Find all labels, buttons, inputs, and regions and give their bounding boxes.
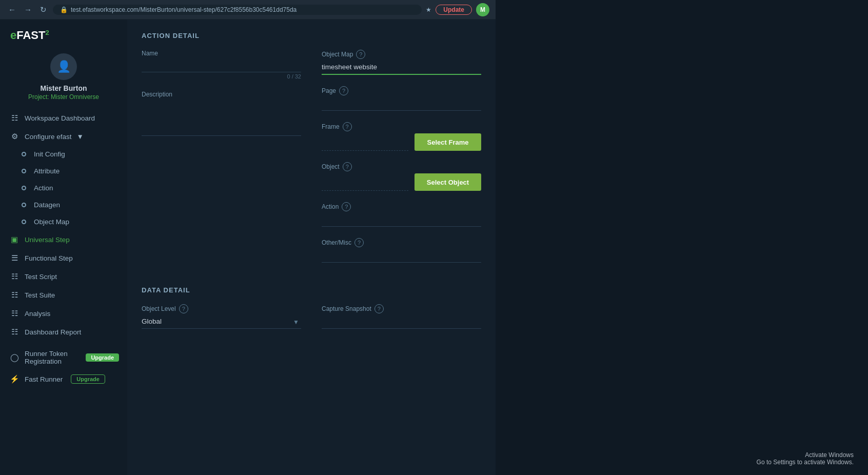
- dashboard-icon: ☷: [9, 327, 19, 337]
- circle-icon: [18, 186, 29, 190]
- fast-runner-label: Fast Runner: [25, 375, 63, 383]
- sidebar-item-attribute[interactable]: Attribute: [0, 163, 127, 180]
- sidebar-label: Functional Step: [25, 254, 73, 262]
- page-input[interactable]: [322, 97, 481, 111]
- object-level-label: Object Level ?: [142, 304, 301, 313]
- runner-token-label: Runner Token Registration: [25, 350, 77, 365]
- user-name: Mister Burton: [41, 84, 87, 92]
- sidebar-item-object-map[interactable]: Object Map: [0, 213, 127, 230]
- runner-icon: ◯: [9, 353, 19, 362]
- url-bar[interactable]: 🔒 test.efastworkspace.com/MisterBurton/u…: [53, 5, 422, 15]
- lock-icon: 🔒: [60, 6, 68, 13]
- sidebar-item-universal-step[interactable]: ▣ Universal Step: [0, 230, 127, 249]
- other-misc-input[interactable]: [322, 249, 481, 263]
- object-map-field-group: Object Map ?: [322, 50, 481, 75]
- sidebar-label: Dashboard Report: [25, 328, 81, 336]
- action-help-icon[interactable]: ?: [342, 202, 351, 211]
- object-level-help-icon[interactable]: ?: [179, 304, 188, 313]
- sidebar-item-configure-efast[interactable]: ⚙ Configure efast ▼: [0, 127, 127, 146]
- page-help-icon[interactable]: ?: [339, 86, 348, 95]
- refresh-btn[interactable]: ↻: [38, 5, 49, 14]
- list2-icon: ☷: [9, 290, 19, 300]
- action-detail-title: ACTION DETAIL: [142, 32, 481, 39]
- name-char-count: 0 / 32: [142, 73, 301, 80]
- list-icon: ☷: [9, 272, 19, 281]
- circle-icon: [18, 203, 29, 207]
- sidebar-label: Init Config: [34, 150, 65, 158]
- object-help-icon[interactable]: ?: [343, 162, 352, 171]
- page-label: Page ?: [322, 86, 481, 95]
- data-detail-grid: Object Level ? Global Local Session ▼: [142, 304, 481, 340]
- name-input[interactable]: [142, 59, 301, 72]
- sidebar-item-action[interactable]: Action: [0, 180, 127, 196]
- object-row: Select Object: [322, 173, 481, 191]
- action-detail-grid: Name 0 / 32 Description: [142, 50, 481, 274]
- description-input[interactable]: [142, 100, 301, 136]
- name-field-group: Name 0 / 32: [142, 50, 301, 80]
- circle-icon: [18, 152, 29, 156]
- select-frame-button[interactable]: Select Frame: [415, 133, 481, 151]
- object-field-group: Object ? Select Object: [322, 162, 481, 191]
- avatar: 👤: [50, 53, 77, 80]
- frame-label: Frame ?: [322, 122, 481, 131]
- back-btn[interactable]: ←: [6, 5, 18, 14]
- sidebar-label: Attribute: [34, 167, 60, 175]
- fast-runner-icon: ⚡: [9, 374, 19, 384]
- update-button[interactable]: Update: [436, 5, 472, 15]
- sidebar-item-runner-token[interactable]: ◯ Runner Token Registration Upgrade: [0, 345, 127, 370]
- bookmark-icon[interactable]: ★: [426, 6, 431, 13]
- action-input[interactable]: [322, 213, 481, 227]
- activate-line2: Go to Settings to activate Windows.: [757, 459, 854, 466]
- grid-icon: ☷: [9, 113, 19, 123]
- frame-help-icon[interactable]: ?: [343, 122, 352, 131]
- other-misc-help-icon[interactable]: ?: [354, 238, 364, 247]
- user-section: 👤 Mister Burton Project: Mister Omnivers…: [0, 47, 127, 105]
- main-content: ACTION DETAIL Name 0 / 32: [127, 19, 496, 475]
- activate-line1: Activate Windows: [757, 451, 854, 459]
- frame-field-group: Frame ? Select Frame: [322, 122, 481, 151]
- checkbox-icon: ▣: [9, 235, 19, 244]
- browser-bar: ← → ↻ 🔒 test.efastworkspace.com/MisterBu…: [0, 0, 496, 19]
- user-avatar-small[interactable]: M: [476, 3, 489, 16]
- sidebar: eFAST2 👤 Mister Burton Project: Mister O…: [0, 19, 127, 475]
- sidebar-item-analysis[interactable]: ☷ Analysis: [0, 304, 127, 323]
- forward-btn[interactable]: →: [22, 5, 34, 14]
- chevron-down-icon: ▼: [77, 133, 84, 141]
- sidebar-label: Object Map: [34, 218, 69, 226]
- capture-snapshot-help-icon[interactable]: ?: [374, 304, 384, 313]
- runner-token-upgrade-btn[interactable]: Upgrade: [86, 353, 119, 362]
- action-detail-left: Name 0 / 32 Description: [142, 50, 301, 274]
- object-level-select-wrapper: Global Local Session ▼: [142, 315, 301, 329]
- sidebar-label: Test Suite: [25, 291, 55, 299]
- gear-icon: ⚙: [9, 132, 19, 141]
- fast-runner-upgrade-btn[interactable]: Upgrade: [71, 374, 105, 384]
- object-map-help-icon[interactable]: ?: [356, 50, 365, 59]
- sidebar-item-datagen[interactable]: Datagen: [0, 196, 127, 213]
- circle-icon: [18, 220, 29, 224]
- sidebar-item-dashboard-report[interactable]: ☷ Dashboard Report: [0, 323, 127, 341]
- select-object-button[interactable]: Select Object: [415, 173, 481, 191]
- sidebar-label: Configure efast: [25, 133, 72, 141]
- object-input[interactable]: [322, 177, 408, 191]
- name-label: Name: [142, 50, 301, 57]
- sidebar-item-init-config[interactable]: Init Config: [0, 146, 127, 163]
- capture-snapshot-input[interactable]: [322, 315, 481, 329]
- sidebar-item-test-script[interactable]: ☷ Test Script: [0, 267, 127, 286]
- description-field-group: Description: [142, 91, 301, 138]
- lines-icon: ☰: [9, 253, 19, 263]
- sidebar-item-test-suite[interactable]: ☷ Test Suite: [0, 286, 127, 304]
- sidebar-label: Action: [34, 184, 53, 192]
- object-level-select[interactable]: Global Local Session: [142, 315, 301, 329]
- frame-input[interactable]: [322, 137, 408, 151]
- capture-snapshot-label: Capture Snapshot ?: [322, 304, 481, 313]
- sidebar-item-fast-runner[interactable]: ⚡ Fast Runner Upgrade: [0, 370, 127, 388]
- sidebar-footer: ◯ Runner Token Registration Upgrade ⚡ Fa…: [0, 341, 127, 392]
- object-map-input[interactable]: [322, 61, 481, 75]
- sidebar-label: Universal Step: [25, 236, 70, 244]
- sidebar-label: Datagen: [34, 201, 60, 209]
- sidebar-item-workspace-dashboard[interactable]: ☷ Workspace Dashboard: [0, 109, 127, 127]
- object-level-field-group: Object Level ? Global Local Session ▼: [142, 304, 301, 329]
- sidebar-item-functional-step[interactable]: ☰ Functional Step: [0, 249, 127, 267]
- capture-snapshot-field-group: Capture Snapshot ?: [322, 304, 481, 329]
- sidebar-label: Workspace Dashboard: [25, 114, 95, 122]
